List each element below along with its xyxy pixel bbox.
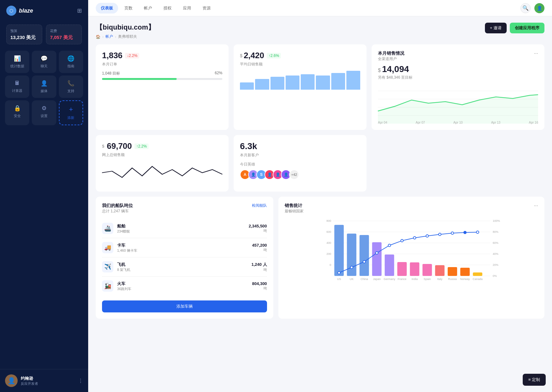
new-customers-value: 6.3k	[240, 141, 360, 151]
nav-item-security[interactable]: 🔒 安全	[5, 100, 29, 125]
sales-stats-title: 销售统计	[285, 203, 304, 209]
planes-info: 飞机 8 架飞机	[117, 262, 248, 272]
create-app-button[interactable]: 创建应用程序	[510, 23, 544, 33]
trucks-icon: 🚚	[102, 242, 113, 253]
fleet-title-area: 我们的船队吨位 总计 1,247 辆车	[102, 203, 133, 214]
media-icon: 👤	[41, 80, 48, 87]
sales-stats-subtitle: 最畅销国家	[285, 209, 304, 214]
tab-dashboard[interactable]: 仪表板	[96, 3, 118, 14]
tab-accounts[interactable]: 帐户	[139, 3, 157, 14]
monthly-target: 另有 $48,346 至目标	[378, 75, 538, 80]
new-customers-label: 本月新客户	[240, 153, 360, 158]
breadcrumb-accounts[interactable]: 帐户	[105, 34, 113, 39]
budget-value: 13,230 美元	[10, 35, 38, 40]
page-title: 【biqubiqu.com】	[96, 23, 155, 32]
svg-text:China: China	[361, 277, 368, 281]
heroes-section: 今日英雄 A 👤 S 👤 👤 👤 +42	[240, 162, 360, 180]
svg-text:0: 0	[329, 263, 331, 266]
expense-card: 花费 7,057 美元	[46, 25, 82, 44]
nav-label-stats: 统计数据	[10, 64, 24, 69]
new-customers-card: 6.3k 本月新客户 今日英雄 A 👤 S 👤 👤 👤 +42	[234, 135, 367, 192]
nav-item-chat[interactable]: 💬 聊天	[32, 51, 56, 73]
planes-count: 8 架飞机	[117, 267, 248, 272]
invite-button[interactable]: + 邀请	[485, 23, 507, 33]
svg-text:600: 600	[326, 230, 331, 233]
svg-point-50	[388, 244, 390, 247]
monthly-value: 14,094	[382, 64, 409, 74]
sales-stats-title-area: 销售统计 最畅销国家	[285, 203, 304, 214]
daily-sales-change: ↑2.6%	[267, 53, 281, 59]
svg-text:200: 200	[326, 252, 331, 255]
search-button[interactable]: 🔍	[521, 3, 531, 13]
nav-label-media: 媒体	[41, 89, 48, 93]
svg-point-54	[438, 233, 441, 236]
svg-point-53	[426, 235, 428, 237]
add-vehicle-button[interactable]: 添加车辆	[102, 300, 267, 312]
x-label-5: Apr 16	[529, 121, 538, 124]
svg-rect-32	[397, 262, 407, 276]
user-menu-button[interactable]: ⋮	[78, 378, 83, 384]
svg-point-48	[363, 260, 365, 263]
customize-button[interactable]: ≡ 定制	[523, 374, 546, 386]
support-icon: 📞	[67, 80, 74, 87]
header-user-avatar[interactable]: 👤	[534, 3, 544, 13]
tab-apps[interactable]: 应用	[178, 3, 196, 14]
expense-label: 花费	[50, 29, 78, 33]
bar-chart-area: 800 600 400 200 0 100% 80% 60% 40% 20% 0…	[285, 218, 538, 287]
sales-stats-card: 销售统计 最畅销国家 ··· 800	[278, 197, 544, 319]
mini-bar-7	[331, 73, 345, 90]
nav-item-add[interactable]: + 添新	[59, 100, 83, 125]
trains-amount: 804,300	[252, 281, 267, 286]
gear-icon: ⚙	[42, 105, 47, 112]
monthly-sales-title: 本月销售情况	[378, 51, 404, 56]
nav-item-guide[interactable]: 🌐 指南	[59, 51, 83, 73]
fleet-card: 我们的船队吨位 总计 1,247 辆车 检阅舰队 🚢 船舶 234艘舰 2,34…	[96, 197, 273, 319]
settings-icon[interactable]: ⊞	[77, 7, 82, 14]
breadcrumb-current: 奥弗维耶夫	[118, 34, 137, 39]
ships-unit: 吨	[249, 228, 267, 233]
heroes-more: +42	[289, 170, 299, 180]
nav-grid: 📊 统计数据 💬 聊天 🌐 指南 🖩 计算器 👤 媒体 📞 支持 🔒 安全 ⚙	[0, 51, 88, 128]
nav-item-calc[interactable]: 🖩 计算器	[5, 76, 29, 98]
svg-text:Norway: Norway	[460, 277, 470, 281]
nav-item-support[interactable]: 📞 支持	[59, 76, 83, 98]
trucks-amount: 457,200	[252, 243, 267, 248]
ships-name: 船舶	[117, 223, 245, 229]
nav-item-media[interactable]: 👤 媒体	[32, 76, 56, 98]
x-label-1: Apr 04	[378, 121, 387, 124]
svg-rect-28	[372, 242, 381, 276]
ships-count: 234艘舰	[117, 229, 245, 234]
nav-item-stats[interactable]: 📊 统计数据	[5, 51, 29, 73]
trains-count: 36路列车	[117, 287, 248, 291]
logo-text: blaze	[19, 8, 33, 14]
tab-pages[interactable]: 页数	[119, 3, 138, 14]
mini-bar-4	[286, 76, 299, 90]
trucks-name: 卡车	[117, 243, 248, 248]
monthly-sales-subtitle: 全渠道用户	[378, 56, 404, 62]
view-fleet-button[interactable]: 检阅舰队	[252, 203, 267, 208]
total-sales-card: $ 69,700 ↑2.2% 网上总销售额	[96, 135, 229, 192]
nav-item-settings[interactable]: ⚙ 设置	[32, 100, 56, 125]
x-label-4: Apr 13	[491, 121, 500, 124]
svg-rect-34	[410, 262, 419, 276]
svg-rect-36	[422, 264, 432, 276]
monthly-sales-more[interactable]: ···	[534, 51, 538, 56]
logo-icon: ⬡	[6, 6, 16, 16]
tab-auth[interactable]: 授权	[158, 3, 177, 14]
sales-stats-more[interactable]: ···	[534, 203, 538, 209]
trucks-value: 457,200 吨	[252, 243, 267, 252]
fleet-title: 我们的船队吨位	[102, 203, 133, 209]
trucks-info: 卡车 1,460 辆卡车	[117, 243, 248, 253]
user-avatar: 👤	[5, 374, 18, 387]
progress-label: 1,048 目标	[102, 71, 120, 76]
sidebar-header: ⬡ blaze ⊞	[0, 0, 88, 21]
svg-rect-26	[359, 235, 369, 276]
svg-text:60%: 60%	[492, 241, 498, 244]
nav-label-add: 添新	[67, 115, 74, 120]
expense-value: 7,057 美元	[50, 35, 78, 40]
planes-unit: 吨	[251, 267, 267, 272]
nav-label-settings: 设置	[41, 114, 48, 118]
tab-resources[interactable]: 资源	[197, 3, 216, 14]
svg-text:US: US	[337, 277, 341, 281]
sidebar: ⬡ blaze ⊞ 预算 13,230 美元 花费 7,057 美元 📊 统计数…	[0, 0, 88, 392]
